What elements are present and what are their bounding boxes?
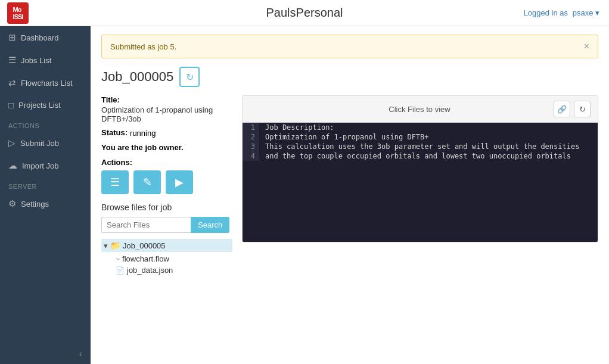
left-column: Title: Optimization of 1-propanol using … <box>101 95 232 276</box>
run-action-icon: ▶ <box>175 176 184 189</box>
list-action-icon: ☰ <box>110 176 120 189</box>
tree-children: ~ flowchart.flow 📄 job_data.json <box>113 253 232 276</box>
import-job-icon: ☁ <box>8 160 17 171</box>
code-line: 2Optimization of 1-propanol using DFTB+ <box>243 132 598 142</box>
viewer-header: Click Files to view 🔗 ↻ <box>243 96 598 123</box>
viewer-header-text: Click Files to view <box>285 105 554 114</box>
code-line: 1Job Description: <box>243 123 598 132</box>
sidebar-item-settings[interactable]: ⚙ Settings <box>0 192 91 215</box>
folder-collapse-icon: ▾ <box>104 241 108 250</box>
header: MoISSI PaulsPersonal Logged in as psaxe … <box>0 0 609 26</box>
line-number: 3 <box>243 142 259 151</box>
sidebar-label-import-job: Import Job <box>22 161 58 170</box>
user-info: Logged in as psaxe ▾ <box>524 8 599 17</box>
list-action-button[interactable]: ☰ <box>101 170 129 194</box>
body-wrap: ⊞ Dashboard ☰ Jobs List ⇄ Flowcharts Lis… <box>0 26 609 364</box>
line-number: 1 <box>243 123 259 132</box>
refresh-icon: ↻ <box>186 71 194 83</box>
user-dropdown-icon[interactable]: ▾ <box>595 8 599 17</box>
search-button[interactable]: Search <box>191 217 229 233</box>
logo: MoISSI <box>7 2 29 24</box>
sidebar-item-dashboard[interactable]: ⊞ Dashboard <box>0 26 91 49</box>
sidebar-item-submit-job[interactable]: ▷ Submit Job <box>0 132 91 154</box>
viewer-refresh-icon: ↻ <box>579 105 586 114</box>
logo-box: MoISSI <box>7 2 29 24</box>
sidebar-label-jobs-list: Jobs List <box>21 56 51 65</box>
action-buttons: ☰ ✎ ▶ <box>101 170 232 194</box>
job-header: Job_000005 ↻ <box>101 67 598 87</box>
viewer-header-icons: 🔗 ↻ <box>554 101 591 117</box>
sidebar-item-import-job[interactable]: ☁ Import Job <box>0 154 91 177</box>
jobs-list-icon: ☰ <box>8 55 16 66</box>
username[interactable]: psaxe <box>573 8 594 17</box>
job-title: Job_000005 <box>101 69 173 85</box>
browse-label: Browse files for job <box>101 203 232 212</box>
folder-icon: 📁 <box>110 241 120 250</box>
actions-label: Actions: <box>101 158 232 167</box>
viewer-refresh-button[interactable]: ↻ <box>574 101 591 117</box>
line-number: 2 <box>243 132 259 142</box>
collapse-icon: ‹ <box>79 349 82 359</box>
tree-folder-root[interactable]: ▾ 📁 Job_000005 <box>101 239 232 252</box>
flowchart-filename: flowchart.flow <box>122 254 169 263</box>
jobdata-filename: job_data.json <box>127 266 173 275</box>
alert-banner: Submitted as job 5. × <box>101 35 598 58</box>
link-icon: 🔗 <box>557 105 567 114</box>
sidebar-item-projects-list[interactable]: □ Projects List <box>0 94 91 116</box>
sidebar-item-jobs-list[interactable]: ☰ Jobs List <box>0 49 91 71</box>
status-value: running <box>130 129 156 138</box>
dashboard-icon: ⊞ <box>8 32 16 43</box>
flowcharts-icon: ⇄ <box>8 77 16 88</box>
line-content: Job Description: <box>259 123 340 132</box>
code-line: 3This calculation uses the 3ob parameter… <box>243 142 598 151</box>
two-column-layout: Title: Optimization of 1-propanol using … <box>101 95 598 276</box>
main-content: Submitted as job 5. × Job_000005 ↻ Title… <box>91 26 609 364</box>
viewer-link-button[interactable]: 🔗 <box>554 101 570 117</box>
tree-file-jobdata[interactable]: 📄 job_data.json <box>113 265 232 276</box>
projects-icon: □ <box>8 100 14 110</box>
sidebar-collapse-button[interactable]: ‹ <box>0 344 91 364</box>
settings-icon: ⚙ <box>8 198 16 209</box>
alert-close-button[interactable]: × <box>584 41 589 52</box>
sidebar-label-settings: Settings <box>21 200 49 209</box>
search-input[interactable] <box>101 217 191 233</box>
line-content: Optimization of 1-propanol using DFTB+ <box>259 132 435 142</box>
title-value: Optimization of 1-propanol using DFTB+/3… <box>101 105 232 123</box>
logo-text: MoISSI <box>13 6 23 20</box>
sidebar-item-flowcharts-list[interactable]: ⇄ Flowcharts List <box>0 71 91 94</box>
tree-file-flowchart[interactable]: ~ flowchart.flow <box>113 253 232 265</box>
server-section-label: SERVER <box>0 177 91 192</box>
actions-section-label: ACTIONS <box>0 116 91 132</box>
line-content: This calculation uses the 3ob parameter … <box>259 142 585 151</box>
owner-text: You are the job owner. <box>101 143 232 152</box>
line-number: 4 <box>243 151 259 161</box>
edit-action-button[interactable]: ✎ <box>133 170 161 194</box>
flowchart-file-icon: ~ <box>116 255 120 263</box>
submit-job-icon: ▷ <box>8 138 15 148</box>
jobdata-file-icon: 📄 <box>116 266 125 275</box>
file-search-row: Search <box>101 217 232 233</box>
edit-action-icon: ✎ <box>143 176 152 189</box>
sidebar-label-dashboard: Dashboard <box>21 33 59 42</box>
logged-in-label: Logged in as <box>524 8 568 17</box>
viewer-body: 1Job Description:2Optimization of 1-prop… <box>243 123 598 242</box>
viewer-panel: Click Files to view 🔗 ↻ 1Job Descrip <box>242 95 598 242</box>
title-label: Title: <box>101 95 232 104</box>
sidebar-label-flowcharts: Flowcharts List <box>21 79 73 88</box>
app-title: PaulsPersonal <box>266 6 343 20</box>
alert-message: Submitted as job 5. <box>110 42 176 51</box>
run-action-button[interactable]: ▶ <box>166 170 193 194</box>
sidebar: ⊞ Dashboard ☰ Jobs List ⇄ Flowcharts Lis… <box>0 26 91 364</box>
job-refresh-button[interactable]: ↻ <box>179 67 200 87</box>
sidebar-label-submit-job: Submit Job <box>20 139 59 148</box>
line-content: and the top couple occupied orbitals and… <box>259 151 577 161</box>
status-label: Status: <box>101 128 128 137</box>
file-tree: ▾ 📁 Job_000005 ~ flowchart.flow 📄 job_da… <box>101 239 232 276</box>
folder-name: Job_000005 <box>123 241 166 250</box>
right-column: Click Files to view 🔗 ↻ 1Job Descrip <box>242 95 598 276</box>
sidebar-label-projects: Projects List <box>18 101 61 110</box>
code-line: 4and the top couple occupied orbitals an… <box>243 151 598 161</box>
